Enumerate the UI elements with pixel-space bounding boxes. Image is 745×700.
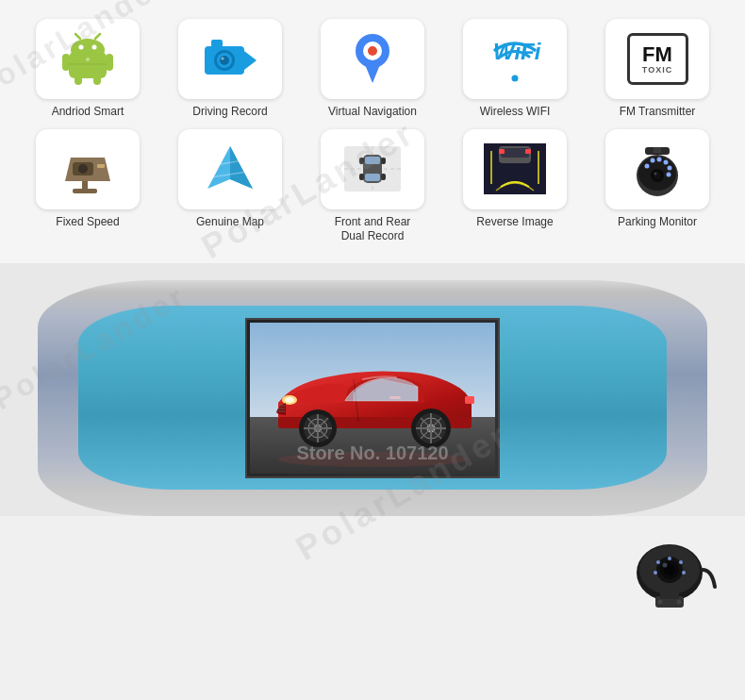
svg-rect-9 (93, 75, 101, 85)
svg-rect-30 (73, 189, 97, 193)
driving-label: Driving Record (192, 105, 267, 120)
feature-map: Genuine Map (161, 129, 299, 244)
features-section: Andriod Smart Driving Rec (0, 0, 745, 263)
svg-rect-8 (74, 75, 82, 85)
nav-label: Virtual Navigation (328, 105, 417, 120)
feature-speed: Fixed Speed (19, 129, 157, 244)
map-icon-box (178, 129, 282, 209)
svg-point-107 (677, 599, 682, 604)
parking-label: Parking Monitor (618, 215, 697, 230)
feature-navigation: Virtual Navigation (304, 19, 441, 120)
map-icon (201, 142, 259, 196)
feature-android: Andriod Smart (19, 19, 157, 120)
fm-label: FM Transmitter (620, 105, 696, 120)
frontear-icon-box (321, 129, 424, 209)
feature-fm: FM TOXIC FM Transmitter (588, 19, 726, 120)
svg-rect-105 (660, 592, 679, 599)
parking-icon (628, 140, 687, 198)
svg-point-27 (78, 164, 88, 174)
svg-rect-49 (501, 148, 529, 158)
svg-point-55 (645, 164, 650, 169)
svg-point-59 (668, 166, 672, 171)
svg-rect-64 (654, 147, 661, 153)
svg-point-57 (657, 158, 662, 162)
svg-point-16 (221, 57, 224, 59)
speed-icon (56, 143, 120, 195)
speed-icon-box (36, 129, 140, 209)
mirror: Store No. 107120 (38, 280, 707, 516)
svg-rect-39 (365, 157, 380, 164)
fm-text: FM (642, 44, 672, 65)
frontear-icon (339, 142, 406, 196)
svg-rect-51 (525, 149, 531, 154)
store-text: Store No. 107120 (296, 442, 448, 464)
svg-point-102 (682, 571, 686, 575)
svg-rect-41 (359, 158, 364, 164)
svg-point-3 (92, 44, 97, 49)
nav-icon (345, 28, 400, 90)
features-grid: Andriod Smart Driving Rec (19, 19, 726, 244)
svg-marker-21 (364, 62, 381, 83)
android-icon-box (36, 19, 140, 99)
feature-parking: Parking Monitor (588, 129, 726, 244)
svg-point-100 (668, 557, 671, 560)
svg-point-86 (285, 397, 294, 403)
svg-point-98 (663, 562, 668, 567)
feature-wifi: WiFi Wireless WIFI (446, 19, 584, 120)
rear-camera (622, 540, 717, 620)
svg-rect-28 (97, 164, 105, 168)
mirror-container: Store No. 107120 (0, 263, 745, 516)
svg-rect-88 (465, 396, 474, 404)
fm-visual: FM TOXIC (627, 33, 688, 85)
svg-point-103 (654, 571, 657, 575)
android-icon (59, 31, 116, 88)
svg-rect-6 (62, 54, 70, 71)
svg-point-58 (664, 160, 669, 165)
svg-point-24 (512, 75, 519, 82)
svg-point-11 (86, 58, 90, 61)
parking-icon-box (605, 129, 709, 209)
svg-marker-32 (230, 146, 253, 189)
bottom-area (0, 525, 745, 629)
feature-driving: Driving Record (161, 19, 299, 120)
reverse-label: Reverse Image (476, 215, 553, 230)
nav-icon-box (321, 19, 424, 99)
fm-sub: TOXIC (642, 65, 672, 75)
svg-rect-42 (381, 158, 386, 164)
svg-point-2 (79, 44, 84, 49)
frontear-label: Front and RearDual Record (335, 215, 411, 244)
svg-rect-7 (106, 54, 113, 71)
fm-icon-box: FM TOXIC (605, 19, 709, 99)
svg-rect-17 (211, 40, 223, 47)
svg-rect-44 (381, 174, 386, 180)
svg-rect-43 (359, 174, 364, 180)
svg-point-101 (679, 560, 683, 564)
feature-frontear: Front and RearDual Record (304, 129, 441, 244)
reverse-icon-box (463, 129, 567, 209)
svg-rect-92 (389, 396, 401, 399)
svg-point-56 (651, 158, 655, 163)
wifi-icon: WiFi (486, 33, 544, 85)
svg-line-5 (95, 34, 100, 39)
svg-line-4 (75, 34, 80, 39)
wifi-icon-box: WiFi (463, 19, 567, 99)
svg-point-15 (220, 56, 229, 65)
svg-point-63 (654, 173, 657, 175)
rear-camera-icon (622, 540, 717, 620)
svg-marker-18 (244, 51, 257, 70)
android-label: Andriod Smart (52, 105, 124, 120)
reverse-icon (482, 142, 548, 196)
svg-rect-50 (499, 149, 505, 154)
camera-icon (200, 32, 261, 87)
svg-point-106 (658, 599, 663, 604)
speed-label: Fixed Speed (56, 215, 119, 230)
svg-point-22 (368, 46, 377, 56)
driving-icon-box (178, 19, 282, 99)
wifi-label: Wireless WIFI (480, 105, 551, 120)
svg-point-99 (656, 560, 660, 564)
feature-reverse: Reverse Image (446, 129, 584, 244)
map-label: Genuine Map (196, 215, 264, 230)
svg-point-60 (667, 173, 671, 177)
svg-rect-40 (365, 174, 380, 181)
